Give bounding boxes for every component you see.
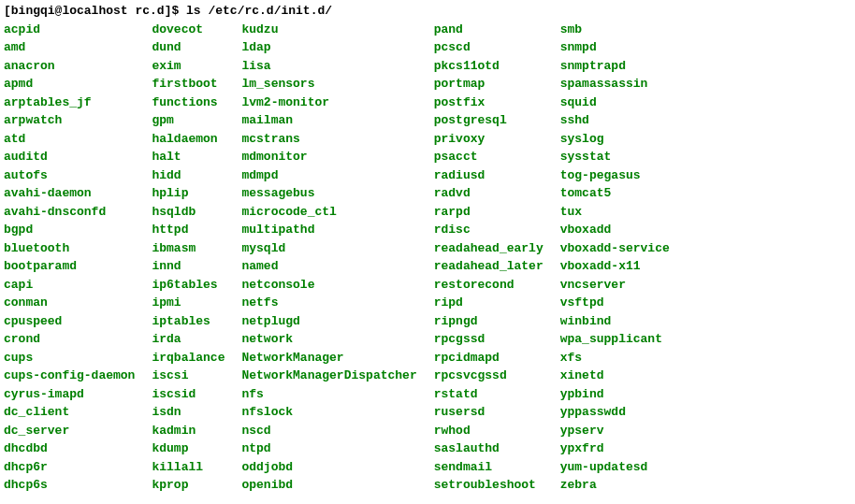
file-entry: gpm	[152, 111, 241, 130]
file-entry: auditd	[4, 148, 152, 166]
file-entry: netplugd	[241, 312, 433, 331]
file-entry: winbind	[560, 312, 670, 331]
file-entry: vboxadd	[560, 221, 670, 239]
file-entry: innd	[152, 257, 241, 276]
file-entry: postgresql	[434, 111, 560, 130]
file-entry: halt	[152, 148, 241, 166]
file-entry: mdmonitor	[241, 148, 433, 166]
file-entry: squid	[560, 94, 670, 112]
file-entry: sendmail	[434, 458, 560, 477]
file-entry: oddjobd	[241, 458, 433, 477]
file-entry: rwhod	[434, 422, 560, 440]
file-entry: killall	[152, 458, 241, 477]
file-entry: cups-config-daemon	[4, 367, 152, 385]
file-entry: rarpd	[434, 203, 560, 222]
file-entry: functions	[152, 94, 241, 112]
file-entry: autofs	[4, 166, 152, 185]
file-entry: tog-pegasus	[560, 166, 670, 185]
file-entry: setroubleshoot	[434, 476, 560, 495]
file-entry: ypserv	[560, 422, 670, 440]
file-entry: sshd	[560, 111, 670, 130]
file-entry: nfslock	[241, 403, 433, 422]
file-entry: iscsi	[152, 367, 241, 385]
file-entry: nscd	[241, 422, 433, 440]
file-entry: privoxy	[434, 130, 560, 149]
file-entry: iscsid	[152, 385, 241, 404]
column-3: pandpcscdpkcs11otdportmappostfixpostgres…	[434, 21, 560, 495]
file-entry: bgpd	[4, 221, 152, 239]
file-entry: vsftpd	[560, 294, 670, 312]
file-entry: avahi-dnsconfd	[4, 203, 152, 222]
file-entry: mailman	[241, 111, 433, 130]
file-entry: kudzu	[241, 21, 433, 39]
file-entry: cyrus-imapd	[4, 385, 152, 404]
file-entry: rstatd	[434, 385, 560, 404]
file-entry: spamassassin	[560, 75, 670, 94]
file-entry: hsqldb	[152, 203, 241, 222]
file-entry: smb	[560, 21, 670, 39]
file-entry: ypbind	[560, 385, 670, 404]
file-entry: portmap	[434, 75, 560, 94]
file-entry: radiusd	[434, 166, 560, 185]
file-entry: iptables	[152, 312, 241, 331]
file-entry: tomcat5	[560, 184, 670, 203]
file-entry: openibd	[241, 476, 433, 495]
file-entry: arptables_jf	[4, 94, 152, 112]
file-entry: rpcgssd	[434, 330, 560, 349]
file-entry: anacron	[4, 57, 152, 76]
file-entry: mysqld	[241, 239, 433, 258]
file-entry: lvm2-monitor	[241, 94, 433, 112]
file-entry: lm_sensors	[241, 75, 433, 94]
file-entry: firstboot	[152, 75, 241, 94]
file-entry: bootparamd	[4, 257, 152, 276]
file-entry: exim	[152, 57, 241, 76]
file-entry: conman	[4, 294, 152, 312]
file-entry: zebra	[560, 476, 670, 495]
file-entry: pcscd	[434, 38, 560, 57]
file-entry: rpcsvcgssd	[434, 367, 560, 385]
column-2: kudzuldaplisalm_sensorslvm2-monitormailm…	[241, 21, 433, 495]
file-entry: netconsole	[241, 276, 433, 295]
file-entry: restorecond	[434, 276, 560, 295]
shell-prompt: [bingqi@localhost rc.d]$ ls /etc/rc.d/in…	[4, 2, 851, 21]
file-entry: NetworkManager	[241, 349, 433, 367]
file-entry: messagebus	[241, 184, 433, 203]
file-entry: postfix	[434, 94, 560, 112]
file-entry: sysstat	[560, 148, 670, 166]
file-entry: ripd	[434, 294, 560, 312]
file-entry: snmptrapd	[560, 57, 670, 76]
file-entry: isdn	[152, 403, 241, 422]
file-entry: rpcidmapd	[434, 349, 560, 367]
file-entry: network	[241, 330, 433, 349]
file-entry: ldap	[241, 38, 433, 57]
file-entry: yum-updatesd	[560, 458, 670, 477]
file-entry: lisa	[241, 57, 433, 76]
file-entry: kdump	[152, 439, 241, 458]
file-entry: tux	[560, 203, 670, 222]
file-entry: httpd	[152, 221, 241, 239]
file-entry: readahead_later	[434, 257, 560, 276]
file-entry: dc_server	[4, 422, 152, 440]
file-entry: xfs	[560, 349, 670, 367]
file-entry: ripngd	[434, 312, 560, 331]
file-entry: irqbalance	[152, 349, 241, 367]
file-entry: snmpd	[560, 38, 670, 57]
file-entry: multipathd	[241, 221, 433, 239]
file-entry: bluetooth	[4, 239, 152, 258]
file-entry: named	[241, 257, 433, 276]
file-entry: hplip	[152, 184, 241, 203]
file-entry: acpid	[4, 21, 152, 39]
file-entry: kprop	[152, 476, 241, 495]
file-entry: ibmasm	[152, 239, 241, 258]
file-entry: yppasswdd	[560, 403, 670, 422]
file-entry: dhcp6s	[4, 476, 152, 495]
file-entry: hidd	[152, 166, 241, 185]
file-entry: ip6tables	[152, 276, 241, 295]
file-entry: haldaemon	[152, 130, 241, 149]
column-1: dovecotdundeximfirstbootfunctionsgpmhald…	[152, 21, 241, 495]
file-entry: saslauthd	[434, 439, 560, 458]
file-entry: avahi-daemon	[4, 184, 152, 203]
file-entry: pkcs11otd	[434, 57, 560, 76]
file-entry: dovecot	[152, 21, 241, 39]
file-entry: dhcp6r	[4, 458, 152, 477]
